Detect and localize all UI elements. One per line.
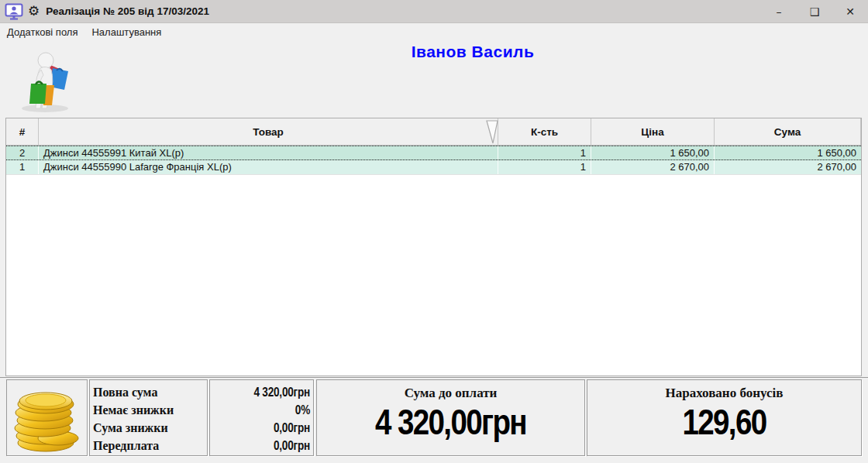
col-header-num[interactable]: # — [6, 118, 39, 145]
customer-name: Іванов Василь — [78, 43, 868, 61]
label-prepayment: Передплата — [93, 437, 205, 454]
menu-item-settings[interactable]: Налаштування — [84, 25, 168, 39]
gear-icon[interactable]: ⚙ — [28, 5, 40, 18]
bonus-label: Нараховано бонусів — [587, 386, 861, 401]
cell-price: 2 670,00 — [591, 160, 715, 174]
table-row[interactable]: 1 Джинси 44555990 Lafarge Франція XL(р) … — [6, 160, 861, 175]
payment-label: Сума до оплати — [317, 386, 584, 401]
coins-box — [6, 379, 88, 456]
title-bar: ⚙ Реалізація № 205 від 17/03/2021 – ❑ ✕ — [0, 0, 868, 23]
value-prepayment: 0,00грн — [230, 437, 310, 454]
payment-box: Сума до оплати 4 320,00грн — [316, 379, 585, 456]
maximize-button[interactable]: ❑ — [797, 0, 832, 23]
user-monitor-icon — [5, 3, 23, 20]
menu-bar: Додаткові поля Налаштування — [0, 23, 868, 40]
cell-sum: 1 650,00 — [715, 146, 861, 159]
items-table: # Товар К-сть Ціна Сума 2 Джинси 4455599… — [5, 118, 862, 376]
window-controls: – ❑ ✕ — [761, 0, 868, 23]
summary-panel: Повна сума Немає знижки Сума знижки Пере… — [0, 377, 868, 458]
close-button[interactable]: ✕ — [832, 0, 868, 23]
cell-price: 1 650,00 — [591, 146, 715, 159]
cell-sum: 2 670,00 — [715, 160, 861, 174]
cell-product: Джинси 44555991 Китай XL(р) — [39, 146, 498, 159]
col-header-sum[interactable]: Сума — [715, 118, 861, 145]
bonus-box: Нараховано бонусів 129,60 — [587, 379, 862, 456]
label-no-discount: Немає знижки — [93, 401, 205, 419]
minimize-button[interactable]: – — [761, 0, 797, 23]
bonus-amount: 129,60 — [612, 402, 836, 442]
summary-values: 4 320,00грн 0% 0,00грн 0,00грн — [209, 379, 314, 456]
value-no-discount: 0% — [230, 401, 310, 419]
cell-qty: 1 — [498, 160, 591, 174]
menu-item-additional-fields[interactable]: Додаткові поля — [0, 25, 84, 39]
cell-num: 1 — [6, 160, 39, 174]
payment-amount: 4 320,00грн — [341, 402, 560, 442]
summary-labels: Повна сума Немає знижки Сума знижки Пере… — [89, 379, 208, 456]
label-full-sum: Повна сума — [93, 383, 205, 401]
filter-icon[interactable] — [484, 120, 500, 145]
window-title: Реалізація № 205 від 17/03/2021 — [46, 5, 209, 17]
coins-icon — [12, 382, 83, 454]
table-header: # Товар К-сть Ціна Сума — [6, 118, 861, 146]
cell-product: Джинси 44555990 Lafarge Франція XL(р) — [39, 160, 498, 174]
label-discount: Сума знижки — [93, 419, 205, 437]
cell-qty: 1 — [498, 146, 591, 159]
value-full-sum: 4 320,00грн — [230, 383, 310, 401]
value-discount: 0,00грн — [230, 419, 310, 437]
col-header-price[interactable]: Ціна — [591, 118, 715, 145]
col-header-qty[interactable]: К-сть — [498, 118, 591, 145]
cell-num: 2 — [6, 146, 39, 159]
shopper-icon — [17, 48, 73, 113]
table-row[interactable]: 2 Джинси 44555991 Китай XL(р) 1 1 650,00… — [6, 146, 861, 160]
col-header-product[interactable]: Товар — [39, 118, 498, 145]
